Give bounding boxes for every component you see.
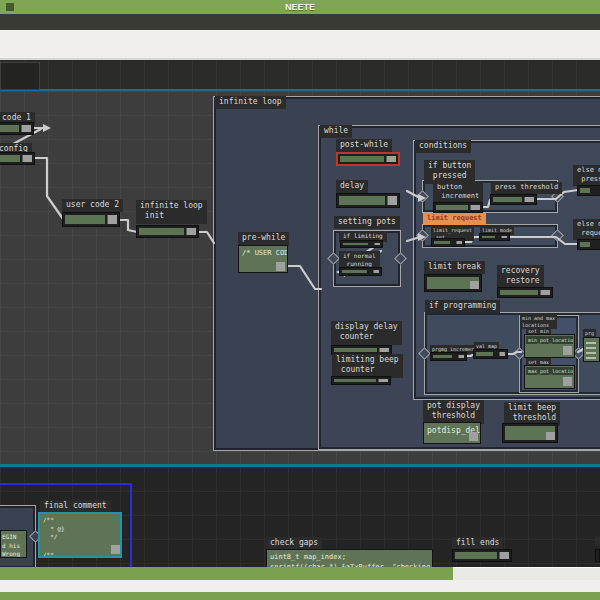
- label-pot-display-threshold[interactable]: pot display threshold: [423, 400, 484, 424]
- node-fill: [580, 188, 590, 193]
- node-cap[interactable]: [499, 352, 505, 356]
- node-cap[interactable]: [501, 236, 507, 238]
- node-limiting-beep-counter[interactable]: [331, 376, 391, 385]
- upper-panel: [0, 30, 600, 60]
- node-cap[interactable]: [470, 205, 480, 210]
- label-display-delay-counter[interactable]: display delay counter: [331, 321, 402, 345]
- node-cap[interactable]: [111, 545, 120, 554]
- node-cap[interactable]: [374, 243, 380, 245]
- node-prgmg-increment[interactable]: [430, 352, 467, 361]
- label-button-increment[interactable]: button increment: [433, 182, 483, 203]
- node-cap[interactable]: [386, 156, 396, 162]
- node-fill: [434, 241, 450, 244]
- node-limit-request-set[interactable]: [431, 238, 465, 247]
- tab-strip: [0, 60, 600, 89]
- label-limit-request-highlighted[interactable]: limit request: [423, 213, 486, 225]
- label-frame-while[interactable]: while: [320, 125, 352, 138]
- node-cap[interactable]: [21, 125, 31, 132]
- node-limit-break[interactable]: [424, 274, 482, 292]
- label-pre-while[interactable]: pre-while: [238, 232, 289, 245]
- node-cap[interactable]: [524, 197, 534, 202]
- label-setting-pots[interactable]: setting pots: [334, 216, 400, 229]
- node-fill: [65, 215, 105, 224]
- node-fill-ends[interactable]: [452, 549, 512, 562]
- codebox-final-comment-selected[interactable]: /** * @} */ /** * @}: [38, 512, 122, 558]
- node-cap[interactable]: [563, 377, 572, 386]
- window-menu-icon[interactable]: [6, 3, 14, 11]
- node-cap[interactable]: [276, 262, 285, 271]
- codebox-clipped-right[interactable]: [583, 337, 600, 362]
- node-user-code-1[interactable]: [0, 122, 34, 135]
- node-user-code-2[interactable]: [62, 212, 120, 227]
- toolbar: [0, 14, 600, 30]
- node-else-no-press[interactable]: [577, 185, 600, 196]
- label-else-no-request[interactable]: else n reque: [573, 219, 600, 240]
- node-cap[interactable]: [546, 432, 555, 440]
- node-val-map[interactable]: [473, 349, 508, 359]
- canvas-divider-line: [0, 464, 600, 467]
- node-press-threshold[interactable]: [490, 194, 537, 205]
- node-clipped-bottom-right[interactable]: [595, 549, 600, 562]
- node-cap[interactable]: [107, 215, 117, 224]
- node-limit-beep-threshold[interactable]: [502, 423, 558, 443]
- node-cap[interactable]: [379, 348, 389, 352]
- codebox-set-max[interactable]: max_pot_location =: [524, 365, 575, 389]
- node-fill: [0, 125, 19, 132]
- label-frame-infinite-loop[interactable]: infinite loop: [215, 96, 286, 109]
- codebox-left-clipped[interactable]: EGIN d his Wrong ND_s: [0, 530, 27, 558]
- node-cap[interactable]: [469, 432, 478, 441]
- micro-code-line: [586, 352, 596, 354]
- label-if-programming[interactable]: if programming: [425, 300, 500, 313]
- node-config[interactable]: [0, 152, 35, 165]
- node-cap[interactable]: [470, 281, 479, 289]
- label-else-no-press[interactable]: else n press: [573, 165, 600, 186]
- node-infinite-loop-init[interactable]: [136, 225, 199, 238]
- node-cap[interactable]: [22, 155, 32, 162]
- node-limit-mode[interactable]: [479, 233, 510, 241]
- label-press-threshold[interactable]: press threshold: [491, 182, 562, 194]
- active-tab[interactable]: [0, 62, 40, 90]
- node-fill: [455, 552, 497, 559]
- node-fill: [343, 243, 368, 245]
- label-post-while[interactable]: post-while: [336, 139, 392, 152]
- window-title: NEETE: [0, 0, 600, 14]
- codebox-set-min[interactable]: min_pot_location =: [524, 334, 575, 358]
- node-fill: [433, 355, 452, 358]
- node-cap[interactable]: [186, 228, 196, 235]
- node-cap[interactable]: [387, 196, 397, 205]
- micro-code-line: [586, 342, 596, 344]
- micro-code-line: [586, 357, 596, 359]
- node-fill: [139, 228, 184, 235]
- node-cap[interactable]: [540, 290, 550, 295]
- node-cap[interactable]: [378, 379, 388, 382]
- label-recovery-restore[interactable]: recovery restore: [497, 265, 544, 289]
- node-button-increment[interactable]: [433, 202, 483, 213]
- node-if-limiting[interactable]: [340, 240, 383, 248]
- node-post-while-breakpoint[interactable]: [336, 152, 400, 166]
- label-delay[interactable]: delay: [336, 180, 368, 193]
- node-cap[interactable]: [373, 270, 379, 273]
- status-strip: [0, 580, 600, 592]
- node-fill: [0, 155, 20, 162]
- node-fill: [340, 156, 384, 162]
- code-header: max_pot_location =: [526, 367, 573, 375]
- bottom-bar: [0, 592, 600, 600]
- label-frame-conditions[interactable]: conditions: [415, 140, 471, 153]
- label-limit-break[interactable]: limit break: [424, 261, 485, 274]
- node-fill: [334, 348, 377, 352]
- node-delay[interactable]: [336, 193, 400, 208]
- node-cap[interactable]: [563, 346, 572, 355]
- node-recovery-restore[interactable]: [497, 287, 553, 298]
- node-fill: [482, 236, 495, 238]
- node-cap[interactable]: [456, 241, 462, 244]
- node-cap[interactable]: [458, 355, 464, 358]
- label-user-code-2[interactable]: user code 2: [62, 199, 123, 212]
- node-fill: [580, 242, 590, 247]
- label-if-button-pressed[interactable]: if button pressed: [424, 160, 475, 184]
- node-if-normal-running[interactable]: [339, 267, 382, 276]
- label-infinite-loop-init[interactable]: infinite loop init: [136, 200, 207, 224]
- node-cap[interactable]: [499, 552, 509, 559]
- node-else-no-request[interactable]: [577, 239, 600, 250]
- node-fill: [342, 270, 367, 273]
- label-limiting-beep-counter[interactable]: limiting beep counter: [332, 354, 403, 378]
